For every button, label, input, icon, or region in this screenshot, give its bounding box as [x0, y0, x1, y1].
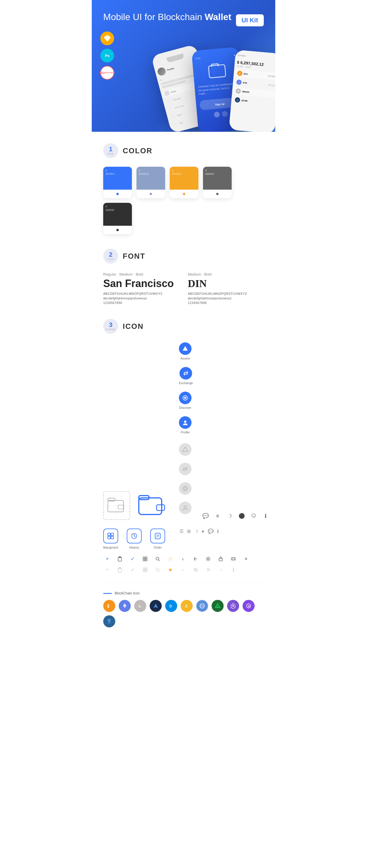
svg-marker-17: [182, 447, 188, 452]
color-swatch-gray-blue: #8DA0C8: [137, 167, 165, 198]
font-section-header: 2 TWO FONT: [103, 249, 264, 264]
svg-rect-50: [145, 570, 147, 572]
resize-icon: [229, 555, 237, 563]
aave-icon: [227, 600, 239, 612]
right-arrow-outline: →: [217, 566, 225, 574]
icon-section-header: 3 THREE ICON: [103, 319, 264, 334]
clipboard-icon-outline: [116, 566, 124, 574]
nav-icons-colored-row: Assets Exchange: [179, 342, 193, 434]
plus-icon-outline: +: [103, 566, 111, 574]
dash-icon: D: [165, 600, 177, 612]
nav-icons-column: Assets Exchange: [179, 342, 193, 520]
color-section: 1 ONE COLOR #3574FA #8DA0C8: [103, 143, 264, 234]
clipboard-icon: [116, 555, 124, 563]
icon-wireframe-wallet: [103, 491, 130, 520]
svg-rect-36: [143, 559, 145, 561]
svg-point-51: [156, 568, 159, 571]
font-grid: Regular · Medium · Bold San Francisco AB…: [103, 272, 264, 305]
utility-section: + ✓ ☆ ‹: [103, 555, 264, 574]
circle-icon: ⚫: [238, 512, 246, 520]
ui-kit-badge: UI Kit: [236, 14, 264, 26]
layers-icon: ≡: [214, 512, 222, 520]
assets-icon-gray: [179, 443, 192, 456]
blockchain-label-row: BlockChain Icon: [103, 591, 264, 595]
check-icon: ✓: [129, 555, 137, 563]
svg-point-67: [232, 605, 234, 607]
utility-icons-colored: + ✓ ☆ ‹: [103, 555, 264, 563]
x-icon-outline: ✕: [204, 566, 212, 574]
info-icon-outline: ℹ: [229, 566, 237, 574]
nav-icons-gray-row: [179, 443, 193, 514]
divider: [103, 582, 264, 583]
svg-point-15: [185, 398, 186, 399]
crypto-icons-row: ₿ Ł D Z: [103, 600, 264, 627]
svg-point-16: [184, 421, 186, 423]
small-icons-row-1: ☰ ⊞ ☽ ● 💬 ℹ: [179, 529, 219, 534]
worldcoin-icon: [196, 600, 208, 612]
bitcoin-icon: ₿: [103, 600, 115, 612]
chevron-left-icon: ‹: [179, 555, 187, 563]
chevron-left-outline: ‹: [179, 566, 187, 574]
litecoin-icon: Ł: [134, 600, 146, 612]
svg-text:Z: Z: [185, 604, 188, 608]
profile-icon-item: Profile: [179, 416, 192, 434]
color-swatch-blue: #3574FA: [103, 167, 132, 198]
bubble-icon: 💬: [208, 529, 214, 534]
discover-icon-gray: [179, 482, 192, 495]
ps-badge: Ps: [101, 49, 114, 62]
history-icon: [127, 529, 142, 544]
history-icon-item: History: [127, 529, 142, 549]
svg-rect-21: [108, 533, 110, 536]
siacoin-icon: [211, 600, 224, 612]
svg-marker-12: [182, 346, 188, 351]
exchange-icon-item: Exchange: [179, 367, 193, 385]
svg-point-38: [156, 557, 159, 560]
svg-rect-9: [139, 498, 162, 515]
sketch-badge: [101, 32, 114, 45]
svg-line-39: [159, 560, 160, 561]
svg-line-27: [134, 536, 135, 537]
svg-point-70: [108, 620, 111, 622]
info-icon: ℹ: [262, 512, 270, 520]
arrows-icon-outline: ⇆: [192, 566, 200, 574]
font-section-title: FONT: [123, 252, 145, 261]
svg-rect-42: [231, 558, 235, 560]
svg-point-40: [207, 558, 209, 560]
icon-grid-main: Assets Exchange: [103, 342, 264, 520]
ethereum-icon: [119, 600, 131, 612]
svg-rect-35: [145, 557, 147, 559]
icon-section: 3 THREE ICON: [103, 319, 264, 627]
icon-section-title: ICON: [123, 322, 144, 331]
font-section: 2 TWO FONT Regular · Medium · Bold San F…: [103, 249, 264, 305]
blockchain-line: [103, 593, 112, 594]
phones-area: Profile A... Wallet Message: [138, 40, 275, 132]
color-swatches: #3574FA #8DA0C8 #F5A623: [103, 167, 264, 234]
color-swatch-dark: #303030: [103, 203, 132, 234]
svg-rect-49: [143, 570, 145, 572]
tool-badges: Ps 60+ Screens: [101, 32, 114, 80]
font-san-francisco: Regular · Medium · Bold San Francisco AB…: [103, 272, 179, 305]
utility-col: 💬 ≡ ☽ ⚫ 🗨 ℹ: [202, 512, 270, 520]
svg-text:D: D: [169, 604, 172, 608]
order-icon-item: Order: [150, 529, 165, 549]
svg-point-18: [184, 487, 186, 490]
svg-rect-22: [111, 533, 114, 536]
svg-rect-11: [157, 505, 165, 510]
svg-line-52: [159, 571, 160, 572]
discover-icon-item: Discover: [179, 392, 192, 409]
icon-blue-wallet: [136, 492, 167, 520]
svg-rect-41: [219, 559, 223, 561]
grid-icon-outline: [141, 566, 149, 574]
svg-point-20: [184, 506, 186, 508]
mgmt-icons-row: Mangment History: [103, 529, 264, 549]
svg-point-19: [183, 486, 188, 491]
grid-icon: [141, 555, 149, 563]
settings-icon: [204, 555, 212, 563]
search-icon-outline: [154, 566, 162, 574]
star-icon: ☆: [166, 555, 174, 563]
chat-icon: 💬: [202, 512, 209, 520]
svg-text:M: M: [248, 605, 250, 608]
small-icons-col: ☰ ⊞ ☽ ● 💬 ℹ: [179, 529, 219, 534]
exchange-icon: [179, 367, 192, 379]
management-icon: [103, 529, 118, 544]
